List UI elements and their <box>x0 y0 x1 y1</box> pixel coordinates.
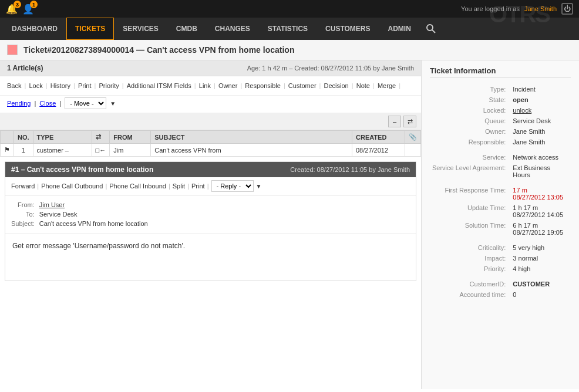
reply-dropdown-arrow[interactable]: ▼ <box>256 183 262 190</box>
info-owner: Owner: Jane Smith <box>430 126 571 137</box>
type-value: Incident <box>510 84 571 94</box>
priority-label: Priority: <box>430 263 510 274</box>
owner-label: Owner: <box>430 126 510 137</box>
nav-statistics[interactable]: STATISTICS <box>259 18 317 40</box>
action-split[interactable]: Split <box>173 183 185 190</box>
action-phone-outbound[interactable]: Phone Call Outbound <box>41 183 103 190</box>
move-select[interactable]: - Move - <box>65 97 106 109</box>
cell-from: Jim <box>110 144 151 157</box>
col-header-from[interactable]: FROM <box>110 131 151 144</box>
top-bar: 🔔 3 👤 1 You are logged in as Jane Smith … <box>0 0 579 18</box>
info-locked: Locked: unlock <box>430 105 571 116</box>
link-history[interactable]: History <box>51 82 70 89</box>
nav-dashboard[interactable]: DASHBOARD <box>3 18 66 40</box>
link-owner[interactable]: Owner <box>218 82 237 89</box>
link-note[interactable]: Note <box>356 82 370 89</box>
link-customer[interactable]: Customer <box>288 82 317 89</box>
cell-created: 08/27/2012 <box>352 144 405 157</box>
collapse-button[interactable]: – <box>388 116 401 127</box>
link-pending[interactable]: Pending <box>7 100 31 107</box>
first-response-time: 17 m <box>513 187 527 194</box>
cell-attach <box>405 144 421 157</box>
nav-search-button[interactable] <box>420 18 442 40</box>
table-row[interactable]: ⚑ 1 customer – □← Jim Can't access VPN f… <box>1 144 421 157</box>
link-lock[interactable]: Lock <box>29 82 42 89</box>
info-priority: Priority: 4 high <box>430 263 571 274</box>
ticket-info-title: Ticket Information <box>430 66 571 78</box>
to-value: Service Desk <box>39 209 152 219</box>
cell-no: 1 <box>14 144 33 157</box>
from-value: Jim User <box>39 200 152 209</box>
col-header-no[interactable]: NO. <box>14 131 33 144</box>
nav-changes[interactable]: CHANGES <box>206 18 259 40</box>
article-fields: From: Jim User To: Service Desk Subject:… <box>5 195 416 234</box>
link-back[interactable]: Back <box>7 82 21 89</box>
col-header-created[interactable]: CREATED <box>352 131 405 144</box>
responsible-value: Jane Smith <box>510 137 571 147</box>
from-link[interactable]: Jim User <box>39 201 65 208</box>
info-customerid: CustomerID: CUSTOMER <box>430 279 571 289</box>
col-header-subject[interactable]: SUBJECT <box>151 131 352 144</box>
nav-tickets[interactable]: TICKETS <box>66 18 114 40</box>
move-dropdown-arrow[interactable]: ▼ <box>110 100 116 107</box>
reply-select[interactable]: - Reply - <box>211 180 254 192</box>
nav-cmdb[interactable]: CMDB <box>167 18 206 40</box>
col-header-type[interactable]: TYPE <box>33 131 92 144</box>
link-responsible[interactable]: Responsible <box>245 82 281 89</box>
link-decision[interactable]: Decision <box>324 82 349 89</box>
article-actions: Forward | Phone Call Outbound | Phone Ca… <box>5 177 416 195</box>
locked-label: Locked: <box>430 105 510 116</box>
customerid-label: CustomerID: <box>430 279 510 289</box>
criticality-value: 5 very high <box>510 242 571 253</box>
action-links: Back | Lock | History | Print | Priority… <box>0 76 421 96</box>
ticket-color-indicator <box>7 45 18 55</box>
link-priority[interactable]: Priority <box>99 82 119 89</box>
nav-customers[interactable]: CUSTOMERS <box>317 18 379 40</box>
locked-link[interactable]: unlock <box>513 107 531 114</box>
link-additional-itsm[interactable]: Additional ITSM Fields <box>127 82 191 89</box>
top-icons: 🔔 3 👤 1 <box>6 3 34 15</box>
info-first-response: First Response Time: 17 m 08/27/2012 13:… <box>430 185 571 202</box>
action-phone-inbound[interactable]: Phone Call Inbound <box>109 183 166 190</box>
article-body: Get error message 'Username/password do … <box>5 234 416 281</box>
first-response-label: First Response Time: <box>430 185 510 202</box>
cell-type: customer – <box>33 144 92 157</box>
solution-time: 6 h 17 m <box>513 222 538 229</box>
locked-value: unlock <box>510 105 571 116</box>
logged-as-text: You are logged in as <box>461 5 520 12</box>
update-label: Update Time: <box>430 202 510 220</box>
cell-subject: Can't access VPN from <box>151 144 352 157</box>
link-print[interactable]: Print <box>78 82 92 89</box>
info-service: Service: Network access <box>430 152 571 163</box>
state-label: State: <box>430 94 510 105</box>
action-forward[interactable]: Forward <box>11 183 35 190</box>
article-body-text: Get error message 'Username/password do … <box>12 242 185 250</box>
to-label: To: <box>11 209 39 219</box>
svg-point-0 <box>427 25 433 31</box>
nav-services[interactable]: SERVICES <box>114 18 167 40</box>
state-value: open <box>510 94 571 105</box>
nav-bar: DASHBOARD TICKETS SERVICES CMDB CHANGES … <box>0 18 579 40</box>
expand-button[interactable]: ⇄ <box>403 116 416 127</box>
solution-label: Solution Time: <box>430 220 510 238</box>
articles-count: 1 Article(s) <box>7 64 43 72</box>
nav-admin[interactable]: ADMIN <box>379 18 420 40</box>
type-label: Type: <box>430 84 510 94</box>
service-label: Service: <box>430 152 510 163</box>
articles-table: NO. TYPE ⇄ FROM SUBJECT CREATED 📎 ⚑ 1 cu… <box>0 130 421 157</box>
link-link[interactable]: Link <box>199 82 211 89</box>
action-print[interactable]: Print <box>191 183 205 190</box>
articles-header: 1 Article(s) Age: 1 h 42 m – Created: 08… <box>0 60 421 76</box>
notification-icon-wrap[interactable]: 🔔 3 <box>6 3 18 15</box>
from-label: From: <box>11 200 39 209</box>
criticality-label: Criticality: <box>430 242 510 253</box>
article-title: #1 – Can't access VPN from home location <box>11 165 153 174</box>
info-update: Update Time: 1 h 17 m 08/27/2012 14:05 <box>430 202 571 220</box>
info-queue: Queue: Service Desk <box>430 116 571 126</box>
logout-button[interactable]: ⏻ <box>561 3 573 15</box>
info-responsible: Responsible: Jane Smith <box>430 137 571 147</box>
link-merge[interactable]: Merge <box>378 82 396 89</box>
main-content: 1 Article(s) Age: 1 h 42 m – Created: 08… <box>0 60 579 389</box>
user-icon-wrap[interactable]: 👤 1 <box>22 3 34 15</box>
link-close[interactable]: Close <box>39 100 56 107</box>
